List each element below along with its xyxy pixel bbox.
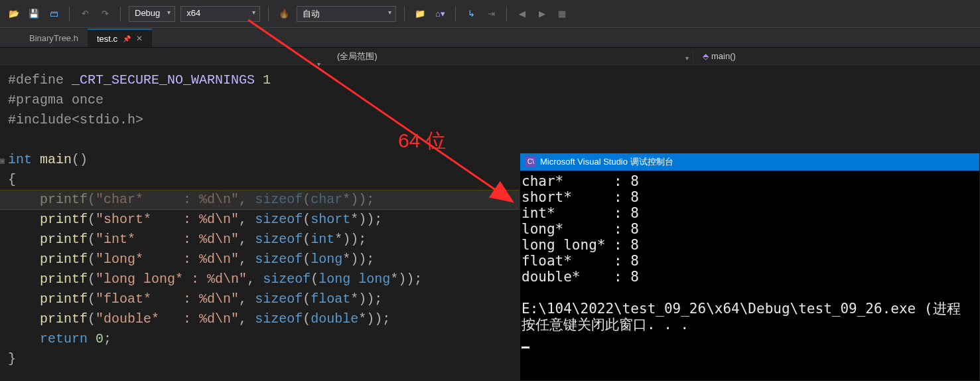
tab-label: test.c <box>97 34 117 44</box>
cube-icon: ⬘ <box>703 52 709 61</box>
symbol-label: main() <box>711 51 736 61</box>
editor-tabs: BinaryTree.h test.c 📌 ✕ <box>0 28 980 48</box>
save-all-icon[interactable]: 🗃 <box>46 7 61 21</box>
annotation-label: 64 位 <box>398 127 446 155</box>
open-folder-icon[interactable]: 📂 <box>7 7 21 21</box>
bookmark-icon[interactable]: ▦ <box>555 7 569 21</box>
console-output: char* : 8 short* : 8 int* : 8 long* : 8 … <box>520 171 979 348</box>
redo-icon[interactable]: ↷ <box>98 7 112 21</box>
tab-test-c[interactable]: test.c 📌 ✕ <box>88 29 152 47</box>
pin-icon[interactable]: 📌 <box>123 35 131 42</box>
console-titlebar[interactable]: C\ Microsoft Visual Studio 调试控制台 <box>520 153 979 171</box>
main-toolbar: 📂 💾 🗃 ↶ ↷ Debug x64 🔥 自动 📁 ⌂▾ ↳ ⇥ ◀ ▶ ▦ <box>0 0 980 28</box>
save-icon[interactable]: 💾 <box>27 7 41 21</box>
close-icon[interactable]: ✕ <box>136 34 143 43</box>
separator <box>404 7 405 21</box>
platform-dropdown[interactable]: x64 <box>180 6 260 22</box>
indent-decrease-icon[interactable]: ◀ <box>515 7 529 21</box>
home-icon[interactable]: ⌂▾ <box>433 7 447 21</box>
config-dropdown[interactable]: Debug <box>129 6 175 22</box>
tab-binarytree-h[interactable]: BinaryTree.h <box>20 29 88 47</box>
nav-bar: ▾ (全局范围) ▾ ⬘ main() <box>0 48 980 65</box>
indent-increase-icon[interactable]: ▶ <box>535 7 549 21</box>
scope-label: (全局范围) <box>337 50 378 62</box>
fire-icon[interactable]: 🔥 <box>277 7 291 21</box>
separator <box>268 7 269 21</box>
folder-icon[interactable]: 📁 <box>413 7 427 21</box>
cursor <box>522 346 529 348</box>
symbol-scope-dropdown[interactable]: ⬘ main() <box>693 51 980 61</box>
vs-icon: C\ <box>525 157 536 167</box>
separator <box>455 7 456 21</box>
separator <box>69 7 70 21</box>
separator <box>120 7 121 21</box>
step-into-icon[interactable]: ↳ <box>464 7 478 21</box>
start-mode-dropdown[interactable]: 自动 <box>297 6 396 22</box>
file-scope-dropdown[interactable]: (全局范围) ▾ <box>325 50 693 62</box>
step-over-icon[interactable]: ⇥ <box>484 7 498 21</box>
undo-icon[interactable]: ↶ <box>78 7 92 21</box>
console-title-text: Microsoft Visual Studio 调试控制台 <box>540 156 673 168</box>
debug-console: C\ Microsoft Visual Studio 调试控制台 char* :… <box>520 153 980 381</box>
chevron-down-icon: ▾ <box>685 54 689 62</box>
separator <box>506 7 507 21</box>
tab-label: BinaryTree.h <box>29 33 78 43</box>
